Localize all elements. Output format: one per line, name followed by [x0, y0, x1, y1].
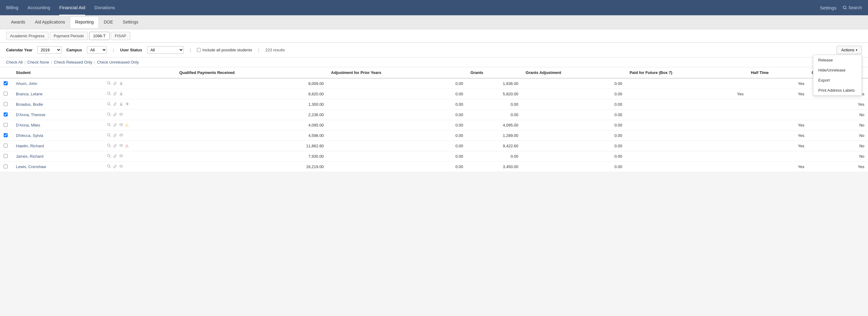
adjustment-prior-cell: 0.00 — [328, 131, 467, 141]
action-print-address-labels[interactable]: Print Address Labels — [813, 85, 862, 95]
table-row: Lewis, Crenshaw16,219.000.003,450.000.00… — [0, 162, 868, 172]
student-name-link[interactable]: Ahurn, John — [16, 81, 37, 86]
tab-aid-applications[interactable]: Aid Applications — [30, 17, 70, 28]
svg-line-18 — [115, 113, 116, 113]
search-icon[interactable] — [107, 143, 111, 148]
qualified-payments-cell: 1,300.00 — [176, 99, 327, 110]
grants-cell: 1,289.00 — [467, 131, 522, 141]
tab-fisap[interactable]: FISAP — [111, 32, 130, 40]
check-all[interactable]: Check All — [6, 60, 23, 64]
check-sep-3: | — [94, 60, 95, 64]
student-name-link[interactable]: Lewis, Crenshaw — [16, 165, 46, 169]
tab-doe[interactable]: DOE — [99, 17, 118, 28]
svg-line-33 — [115, 144, 116, 145]
campus-select[interactable]: All — [87, 46, 107, 54]
row-checkbox[interactable] — [4, 102, 8, 106]
student-name-link[interactable]: Hawtin, Richard — [16, 144, 44, 148]
row-checkbox[interactable] — [4, 123, 8, 127]
grants-adj-cell: 0.00 — [522, 131, 626, 141]
eye-icon[interactable] — [119, 154, 123, 159]
warning-icon: ⚠ — [125, 123, 129, 127]
tab-academic-progress[interactable]: Academic Progress — [6, 32, 49, 40]
edit-icon[interactable] — [113, 164, 117, 169]
plus-icon[interactable] — [125, 102, 129, 107]
search-icon[interactable] — [107, 122, 111, 128]
edit-icon[interactable] — [113, 133, 117, 138]
nav-billing[interactable]: Billing — [6, 0, 18, 15]
svg-line-37 — [110, 156, 111, 157]
student-name-link[interactable]: DiVecca, Sylvia — [16, 133, 43, 138]
settings-link[interactable]: Settings — [820, 5, 836, 10]
check-none[interactable]: Check None — [28, 60, 50, 64]
row-checkbox[interactable] — [4, 81, 8, 85]
edit-icon[interactable] — [113, 102, 117, 107]
row-icon-group: ⚠ — [107, 122, 129, 128]
action-export[interactable]: Export — [813, 75, 862, 85]
nav-donations[interactable]: Donations — [94, 0, 115, 15]
edit-icon[interactable] — [113, 122, 117, 128]
table-header-row: Student Qualified Payments Received Adju… — [0, 67, 868, 78]
student-name-link[interactable]: D'Anna, Therese — [16, 112, 45, 117]
edit-icon[interactable] — [113, 91, 117, 96]
tab-settings[interactable]: Settings — [118, 17, 143, 28]
svg-point-26 — [107, 134, 110, 136]
student-name-link[interactable]: D'Anna, Miles — [16, 123, 40, 127]
row-checkbox[interactable] — [4, 144, 8, 148]
eye-icon[interactable] — [119, 164, 123, 169]
row-checkbox[interactable] — [4, 112, 8, 116]
row-checkbox[interactable] — [4, 165, 8, 168]
search-icon[interactable] — [107, 133, 111, 138]
grants-cell: 0.00 — [467, 110, 522, 120]
eye-icon[interactable] — [119, 122, 123, 128]
row-checkbox[interactable] — [4, 154, 8, 158]
actions-button[interactable]: Actions ▾ — [837, 46, 862, 54]
search-icon[interactable] — [107, 91, 111, 96]
student-name-link[interactable]: Branca, Lelane — [16, 92, 42, 96]
row-icon-group: ⚠ — [107, 143, 129, 148]
campus-label: Campus — [66, 48, 82, 52]
tab-reporting[interactable]: Reporting — [70, 16, 99, 28]
nav-accounting[interactable]: Accounting — [28, 0, 50, 15]
eye-icon[interactable] — [119, 143, 123, 148]
tab-payment-periods[interactable]: Payment Periods — [50, 32, 88, 40]
search-icon[interactable] — [107, 112, 111, 117]
include-all-checkbox[interactable] — [197, 48, 201, 52]
include-all-label[interactable]: Include all possible students — [197, 48, 252, 52]
check-sep-2: | — [51, 60, 52, 64]
action-hide-unrelease[interactable]: Hide/Unrelease — [813, 65, 862, 75]
download-icon[interactable] — [119, 102, 123, 107]
check-unreleased-only[interactable]: Check Unreleased Only — [97, 60, 139, 64]
edit-icon[interactable] — [113, 154, 117, 159]
user-status-select[interactable]: All — [147, 46, 184, 54]
graduate-cell: No — [808, 141, 868, 151]
filter-separator-3: | — [258, 48, 259, 53]
search-icon[interactable] — [107, 81, 111, 86]
nav-financial-aid[interactable]: Financial Aid — [59, 0, 85, 15]
search-link[interactable]: Search — [843, 5, 862, 10]
tab-awards[interactable]: Awards — [6, 17, 30, 28]
edit-icon[interactable] — [113, 112, 117, 117]
download-icon[interactable] — [119, 91, 123, 96]
grants-adj-cell: 0.00 — [522, 110, 626, 120]
student-name-link[interactable]: James, Richard — [16, 154, 43, 159]
edit-icon[interactable] — [113, 81, 117, 86]
row-checkbox[interactable] — [4, 92, 8, 96]
calendar-year-select[interactable]: 2019 2020 2018 — [37, 46, 61, 54]
tab-1098t[interactable]: 1098-T — [89, 32, 110, 40]
search-icon[interactable] — [107, 164, 111, 169]
adjustment-prior-cell: 0.00 — [328, 151, 467, 162]
search-icon[interactable] — [107, 154, 111, 159]
download-icon[interactable] — [119, 81, 123, 86]
student-name-link[interactable]: Broadus, Bodie — [16, 102, 43, 107]
eye-icon[interactable] — [119, 133, 123, 138]
action-release[interactable]: Release — [813, 55, 862, 65]
adjustment-prior-cell: 0.00 — [328, 89, 467, 99]
eye-icon[interactable] — [119, 112, 123, 117]
search-icon[interactable] — [107, 102, 111, 107]
row-checkbox[interactable] — [4, 133, 8, 137]
edit-icon[interactable] — [113, 143, 117, 148]
grants-adj-cell: 0.00 — [522, 99, 626, 110]
check-released-only[interactable]: Check Released Only — [54, 60, 92, 64]
table-row: Ahurn, John8,009.000.001,836.000.00Yes — [0, 78, 868, 89]
grants-adj-cell: 0.00 — [522, 89, 626, 99]
